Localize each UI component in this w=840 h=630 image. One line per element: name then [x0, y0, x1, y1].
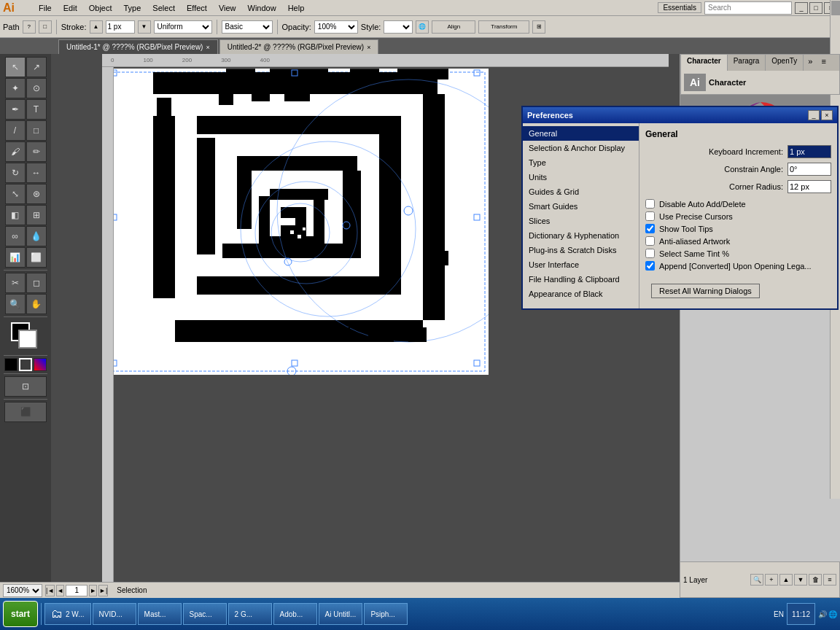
taskbar-item-spac[interactable]: Spac... [183, 603, 227, 625]
tab-2-close[interactable]: × [367, 44, 370, 51]
maximize-button[interactable]: □ [809, 2, 822, 14]
pen-tool[interactable]: ✒ [5, 99, 26, 120]
dialog-minimize[interactable]: _ [808, 110, 820, 120]
blend-tool[interactable]: ∞ [5, 226, 26, 246]
selection-tool[interactable]: ↖ [5, 57, 26, 77]
direct-selection-tool[interactable]: ↗ [26, 57, 47, 77]
pref-plugins[interactable]: Plug-ins & Scratch Disks [523, 243, 639, 257]
style-select[interactable] [384, 20, 413, 34]
gradient-tool[interactable]: ◧ [5, 205, 26, 225]
append-converted-checkbox[interactable] [645, 261, 655, 271]
layers-up-btn[interactable]: ▲ [779, 574, 793, 586]
taskbar-item-psiph[interactable]: Psiph... [364, 603, 408, 625]
paragraph-tab[interactable]: Paragra [728, 55, 766, 71]
pref-appearance-black[interactable]: Appearance of Black [523, 287, 639, 301]
pref-user-interface[interactable]: User Interface [523, 257, 639, 272]
character-tab[interactable]: Character [681, 55, 728, 71]
page-first-btn[interactable]: |◄ [45, 585, 55, 596]
more-tabs-icon[interactable]: » [804, 55, 817, 71]
drawing-mode-btn[interactable]: ⊡ [4, 376, 47, 397]
zoom-tool[interactable]: 🔍 [5, 294, 26, 314]
stroke-arrow-down[interactable]: ▼ [138, 20, 151, 34]
pref-units[interactable]: Units [523, 170, 639, 184]
none-icon[interactable] [19, 358, 32, 371]
taskbar-item-adob[interactable]: Adob... [273, 603, 317, 625]
pref-file-handling[interactable]: File Handling & Clipboard [523, 272, 639, 287]
scroll-thumb[interactable] [831, 1, 840, 15]
search-input[interactable] [704, 1, 792, 15]
type-tool[interactable]: T [26, 99, 47, 120]
constrain-angle-input[interactable] [788, 163, 831, 176]
page-input[interactable] [66, 585, 88, 596]
essentials-dropdown[interactable]: Essentials [658, 2, 701, 13]
menu-effect[interactable]: Effect [181, 2, 213, 14]
menu-view[interactable]: View [213, 2, 242, 14]
taskbar-item-ai-untitl[interactable]: Ai Untitl... [319, 603, 363, 625]
eraser-tool[interactable]: ◻ [26, 273, 47, 293]
zoom-select[interactable]: 1600% [3, 584, 42, 597]
basic-select[interactable]: Basic [222, 20, 273, 34]
menu-window[interactable]: Window [242, 2, 282, 14]
eyedropper-tool[interactable]: 💧 [26, 226, 47, 246]
page-prev-btn[interactable]: ◄ [56, 585, 64, 596]
taskbar-item-mast[interactable]: Mast... [138, 603, 182, 625]
pencil-tool[interactable]: ✏ [26, 141, 47, 162]
layers-search-btn[interactable]: 🔍 [750, 574, 763, 586]
pref-type[interactable]: Type [523, 155, 639, 170]
slice-tool[interactable]: ✂ [5, 273, 26, 293]
warp-tool[interactable]: ⊛ [26, 184, 47, 204]
page-next-btn[interactable]: ► [89, 585, 97, 596]
menu-object[interactable]: Object [83, 2, 118, 14]
stroke-swatch[interactable] [18, 330, 37, 349]
start-button[interactable]: start [3, 601, 38, 627]
globe-icon[interactable]: 🌐 [416, 20, 429, 34]
layers-down-btn[interactable]: ▼ [794, 574, 807, 586]
reflect-tool[interactable]: ↔ [26, 163, 47, 183]
fill-icon[interactable] [4, 358, 18, 371]
magic-wand-tool[interactable]: ✦ [5, 78, 26, 98]
taskbar-item-2g[interactable]: 2 G... [228, 603, 272, 625]
dialog-close[interactable]: × [821, 110, 833, 120]
pref-general[interactable]: General [523, 126, 639, 141]
panel-menu-icon[interactable]: ≡ [817, 55, 830, 71]
layers-options-btn[interactable]: ≡ [823, 574, 836, 586]
page-last-btn[interactable]: ►| [98, 585, 108, 596]
menu-type[interactable]: Type [118, 2, 147, 14]
mesh-tool[interactable]: ⊞ [26, 205, 47, 225]
pref-guides-grid[interactable]: Guides & Grid [523, 184, 639, 199]
menu-edit[interactable]: Edit [58, 2, 83, 14]
shape-tool[interactable]: □ [26, 120, 47, 141]
pref-dictionary[interactable]: Dictionary & Hyphenation [523, 228, 639, 243]
disable-auto-add-checkbox[interactable] [645, 199, 655, 209]
pref-smart-guides[interactable]: Smart Guides [523, 199, 639, 214]
opentype-tab[interactable]: OpenTy [766, 55, 804, 71]
menu-file[interactable]: File [33, 2, 58, 14]
artboard-tool[interactable]: ⬜ [26, 247, 47, 268]
taskbar-item-2w[interactable]: 🗂 2 W... [44, 603, 91, 625]
opacity-select[interactable]: 100% [314, 20, 358, 34]
precise-cursors-checkbox[interactable] [645, 211, 655, 221]
graph-tool[interactable]: 📊 [5, 247, 26, 268]
tab-1-close[interactable]: × [206, 44, 209, 51]
menu-help[interactable]: Help [282, 2, 311, 14]
line-tool[interactable]: / [5, 120, 26, 141]
stroke-input[interactable] [106, 20, 135, 34]
rotate-tool[interactable]: ↻ [5, 163, 26, 183]
pref-slices[interactable]: Slices [523, 214, 639, 228]
corner-radius-input[interactable] [788, 180, 831, 193]
tab-document-1[interactable]: Untitled-1* @ ????% (RGB/Pixel Preview) … [58, 39, 218, 54]
hand-tool[interactable]: ✋ [26, 294, 47, 314]
path-icon[interactable]: ? [23, 20, 36, 34]
layers-delete-btn[interactable]: 🗑 [809, 574, 822, 586]
stroke-arrow-up[interactable]: ▲ [90, 20, 103, 34]
lasso-tool[interactable]: ⊙ [26, 78, 47, 98]
gradient-icon[interactable] [34, 358, 47, 371]
taskbar-item-nvidia[interactable]: NVID... [93, 603, 136, 625]
minimize-button[interactable]: _ [795, 2, 808, 14]
layers-add-btn[interactable]: + [765, 574, 778, 586]
reset-warning-dialogs-button[interactable]: Reset All Warning Dialogs [651, 284, 760, 298]
paintbrush-tool[interactable]: 🖌 [5, 141, 26, 162]
select-same-tint-checkbox[interactable] [645, 249, 655, 258]
keyboard-increment-input[interactable] [788, 145, 831, 158]
shape-icon[interactable]: □ [39, 20, 52, 34]
